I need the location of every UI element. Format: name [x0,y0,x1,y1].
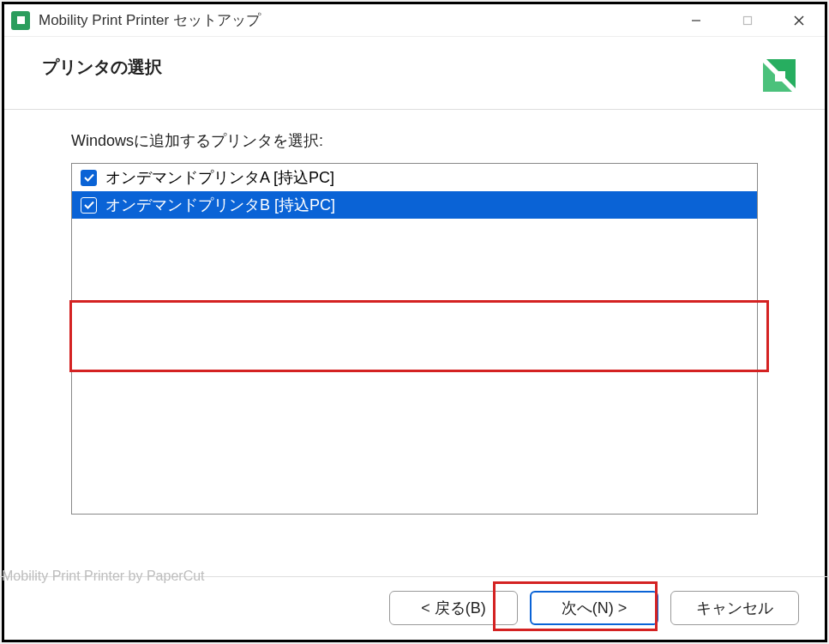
close-icon [793,15,805,27]
printer-label: オンデマンドプリンタA [持込PC] [105,167,334,188]
svg-rect-1 [744,16,752,24]
printer-label: オンデマンドプリンタB [持込PC] [105,195,335,215]
titlebar: Mobility Print Printer セットアップ [4,4,825,37]
page-title: プリンタの選択 [42,56,162,79]
papercut-app-icon [11,11,30,30]
window-controls [670,4,825,36]
maximize-button [722,4,773,36]
minimize-button[interactable] [670,4,722,36]
instruction-label: Windowsに追加するプリンタを選択: [71,130,758,151]
checkbox-icon[interactable] [81,197,97,214]
back-button[interactable]: < 戻る(B) [389,591,518,625]
setup-window: Mobility Print Printer セットアップ プリンタの選択 Wi… [2,2,827,642]
maximize-icon [742,15,753,26]
wizard-header: プリンタの選択 [4,37,825,110]
wizard-footer: < 戻る(B) 次へ(N) > キャンセル [4,576,825,640]
cancel-button[interactable]: キャンセル [670,591,799,625]
next-button[interactable]: 次へ(N) > [530,591,658,625]
minimize-icon [691,15,701,26]
printer-item[interactable]: オンデマンドプリンタB [持込PC] [72,191,757,219]
svg-rect-6 [775,71,785,81]
close-button[interactable] [773,4,825,36]
checkbox-icon[interactable] [81,170,97,186]
wizard-content: Windowsに追加するプリンタを選択: オンデマンドプリンタA [持込PC] … [4,110,825,576]
printer-item[interactable]: オンデマンドプリンタA [持込PC] [72,164,757,191]
window-title: Mobility Print Printer セットアップ [39,10,670,30]
printer-list[interactable]: オンデマンドプリンタA [持込PC] オンデマンドプリンタB [持込PC] [71,163,758,515]
papercut-logo-icon [760,56,799,95]
